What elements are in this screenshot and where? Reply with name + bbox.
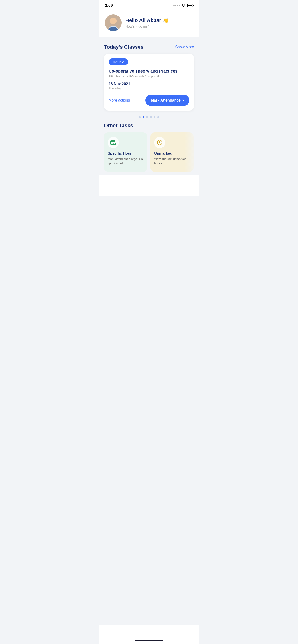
svg-rect-5 — [111, 140, 115, 145]
mark-attendance-label: Mark Attendance — [151, 98, 181, 102]
card-actions: More actions Mark Attendance › — [109, 94, 189, 106]
task-card-unmarked[interactable]: Unmarked View and edit unmarked hours — [150, 132, 194, 172]
dot-5 — [154, 116, 155, 118]
class-subtitle: Fifth Semester-BCom with Co-operation — [109, 75, 189, 78]
specific-hour-desc: Mark attendance of your a specific date — [108, 157, 143, 165]
task-card-specific-hour[interactable]: Specific Hour Mark attendance of your a … — [104, 132, 147, 172]
signal-dots-icon — [173, 5, 180, 6]
unmarked-title: Unmarked — [154, 152, 190, 156]
section-header: Today's Classes Show More — [104, 44, 194, 50]
specific-hour-icon-wrap — [108, 137, 119, 148]
hour-badge: Hour 2 — [109, 58, 128, 65]
greeting-text: Hello Ali Akbar 👋 How's it going ? — [125, 18, 169, 28]
specific-hour-title: Specific Hour — [108, 152, 143, 156]
avatar-image — [105, 14, 122, 31]
greeting-section: Hello Ali Akbar 👋 How's it going ? — [99, 10, 199, 37]
battery-icon — [187, 4, 193, 7]
dot-4 — [150, 116, 152, 118]
greeting-subtext: How's it going ? — [125, 24, 169, 28]
wifi-icon — [181, 4, 186, 8]
todays-classes-title: Today's Classes — [104, 44, 143, 50]
avatar — [105, 14, 122, 31]
other-tasks-section: Other Tasks Specific Hour — [104, 123, 194, 172]
battery-fill — [188, 5, 192, 6]
mark-attendance-button[interactable]: Mark Attendance › — [145, 94, 189, 106]
section-divider — [99, 37, 199, 38]
dot-2 — [143, 116, 144, 118]
unmarked-desc: View and edit unmarked hours — [154, 157, 190, 165]
svg-line-10 — [115, 145, 116, 145]
dot-1 — [139, 116, 141, 118]
more-actions-button[interactable]: More actions — [109, 98, 130, 102]
class-card: Hour 2 Co-operative Theory and Practices… — [104, 54, 194, 110]
dot-6 — [157, 116, 159, 118]
main-content: Hello Ali Akbar 👋 How's it going ? Today… — [99, 10, 199, 196]
class-day: Thursday — [109, 86, 189, 90]
unmarked-icon-wrap — [154, 137, 165, 148]
svg-point-3 — [110, 18, 117, 24]
clock-history-icon — [157, 140, 163, 146]
other-tasks-title: Other Tasks — [104, 123, 194, 129]
pagination-dots — [104, 114, 194, 123]
dot-3 — [146, 116, 148, 118]
class-date: 18 Nov 2021 — [109, 82, 189, 86]
status-bar: 2:06 — [99, 0, 199, 10]
chevron-right-icon: › — [182, 98, 184, 103]
class-name: Co-operative Theory and Practices — [109, 69, 189, 74]
status-time: 2:06 — [105, 3, 113, 8]
status-icons — [173, 4, 193, 8]
calendar-search-icon — [110, 140, 116, 146]
todays-classes-section: Today's Classes Show More Hour 2 Co-oper… — [99, 38, 199, 176]
show-more-button[interactable]: Show More — [175, 45, 194, 49]
greeting-hello: Hello Ali Akbar 👋 — [125, 18, 169, 24]
tasks-row: Specific Hour Mark attendance of your a … — [104, 132, 194, 172]
